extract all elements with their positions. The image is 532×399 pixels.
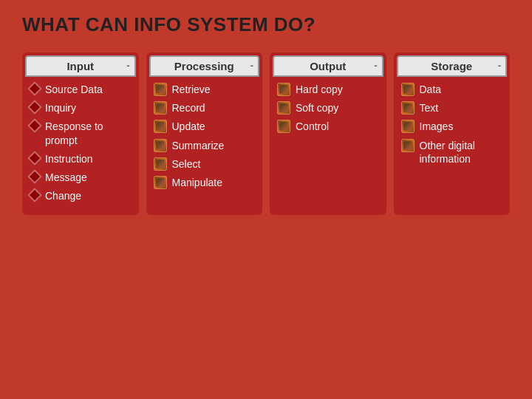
column-header-storage: Storage <box>397 55 508 77</box>
list-item: Instruction <box>30 152 134 166</box>
bullet-icon <box>154 120 167 133</box>
column-header-output: Output <box>273 55 383 77</box>
column-body-processing: RetrieveRecordUpdateSummarizeSelectManip… <box>146 77 263 202</box>
bullet-icon <box>27 188 42 202</box>
list-item: Manipulate <box>154 176 259 189</box>
item-label: Response to prompt <box>45 120 134 146</box>
column-output: OutputHard copySoft copyControl <box>270 52 386 215</box>
page: WHAT CAN INFO SYSTEM DO? InputSource Dat… <box>0 0 532 399</box>
list-item: Update <box>154 120 259 133</box>
bullet-icon <box>27 118 42 133</box>
list-item: Control <box>277 120 382 133</box>
item-label: Update <box>172 120 205 133</box>
item-label: Retrieve <box>172 83 211 96</box>
bullet-icon <box>401 120 415 133</box>
column-input: InputSource DataInquiryResponse to promp… <box>22 52 139 215</box>
bullet-icon <box>27 169 42 184</box>
bullet-icon <box>277 120 290 133</box>
bullet-icon <box>154 101 167 115</box>
bullet-icon <box>154 157 167 171</box>
item-label: Select <box>172 157 201 171</box>
column-body-input: Source DataInquiryResponse to promptInst… <box>22 77 139 215</box>
item-label: Other digital information <box>420 139 506 166</box>
item-label: Hard copy <box>296 83 343 96</box>
bullet-icon <box>154 83 167 96</box>
item-label: Data <box>420 83 442 96</box>
list-item: Retrieve <box>154 83 259 96</box>
item-label: Message <box>45 171 87 184</box>
column-header-processing: Processing <box>149 55 260 77</box>
item-label: Text <box>420 101 439 115</box>
item-label: Manipulate <box>172 176 223 189</box>
bullet-icon <box>27 81 42 96</box>
columns-container: InputSource DataInquiryResponse to promp… <box>22 52 510 215</box>
list-item: Source Data <box>30 83 134 96</box>
item-label: Source Data <box>45 83 103 96</box>
column-header-input: Input <box>25 55 136 77</box>
list-item: Other digital information <box>401 139 506 166</box>
bullet-icon <box>154 176 167 189</box>
item-label: Summarize <box>172 139 225 152</box>
list-item: Images <box>401 120 506 133</box>
list-item: Hard copy <box>277 83 382 96</box>
item-label: Images <box>420 120 454 133</box>
list-item: Select <box>154 157 259 171</box>
bullet-icon <box>154 139 167 152</box>
item-label: Control <box>296 120 329 133</box>
bullet-icon <box>277 101 290 115</box>
item-label: Change <box>45 189 81 202</box>
bullet-icon <box>27 151 42 166</box>
list-item: Change <box>30 189 134 202</box>
bullet-icon <box>27 100 42 115</box>
item-label: Soft copy <box>296 101 338 115</box>
page-title: WHAT CAN INFO SYSTEM DO? <box>22 13 510 36</box>
list-item: Soft copy <box>277 101 382 115</box>
column-processing: ProcessingRetrieveRecordUpdateSummarizeS… <box>146 52 263 215</box>
list-item: Message <box>30 171 134 184</box>
item-label: Record <box>172 101 205 115</box>
list-item: Record <box>154 101 259 115</box>
bullet-icon <box>401 101 415 115</box>
bullet-icon <box>277 83 290 96</box>
list-item: Inquiry <box>30 101 134 115</box>
item-label: Inquiry <box>45 101 76 115</box>
list-item: Response to prompt <box>30 120 134 146</box>
item-label: Instruction <box>45 152 93 166</box>
bullet-icon <box>401 83 415 96</box>
list-item: Text <box>401 101 506 115</box>
list-item: Data <box>401 83 506 96</box>
column-body-output: Hard copySoft copyControl <box>270 77 386 146</box>
bullet-icon <box>401 139 415 152</box>
column-storage: StorageDataTextImagesOther digital infor… <box>394 52 511 215</box>
column-body-storage: DataTextImagesOther digital information <box>394 77 511 178</box>
list-item: Summarize <box>154 139 259 152</box>
